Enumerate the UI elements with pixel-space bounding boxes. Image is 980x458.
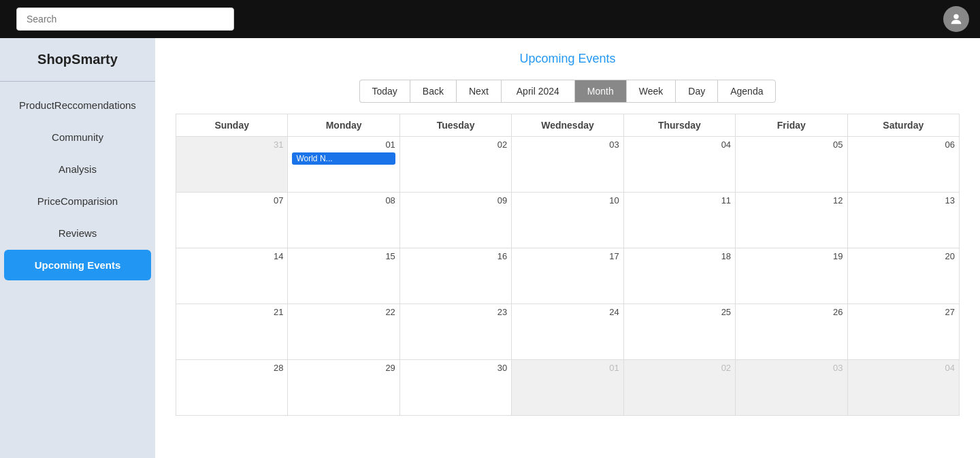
day-number: 19 <box>740 251 843 261</box>
day-number: 01 <box>516 363 619 373</box>
main-layout: ShopSmarty ProductReccomendationsCommuni… <box>0 38 980 458</box>
sidebar-nav: ProductReccomendationsCommunityAnalysisP… <box>0 88 155 282</box>
cal-nav-day[interactable]: Day <box>675 80 717 103</box>
calendar-nav: TodayBackNextApril 2024MonthWeekDayAgend… <box>176 80 960 103</box>
day-number: 14 <box>180 251 283 261</box>
day-number: 27 <box>852 307 955 317</box>
cal-cell[interactable]: 08 <box>288 193 399 248</box>
cal-cell[interactable]: 02 <box>623 360 735 416</box>
cal-cell[interactable]: 04 <box>623 137 735 193</box>
cal-cell[interactable]: 22 <box>288 304 399 360</box>
cal-cell[interactable]: 29 <box>288 360 399 416</box>
cal-cell[interactable]: 26 <box>736 304 847 360</box>
cal-cell[interactable]: 01World N... <box>288 137 399 193</box>
cal-cell[interactable]: 14 <box>176 248 288 304</box>
day-number: 16 <box>404 251 507 261</box>
cal-cell[interactable]: 10 <box>512 193 623 248</box>
day-number: 26 <box>740 307 843 317</box>
cal-cell[interactable]: 03 <box>736 360 847 416</box>
day-number: 28 <box>180 363 283 373</box>
cal-header-wednesday: Wednesday <box>512 114 623 137</box>
cal-cell[interactable]: 07 <box>176 193 288 248</box>
day-number: 02 <box>404 140 507 150</box>
cal-cell[interactable]: 30 <box>399 360 511 416</box>
sidebar-item-community[interactable]: Community <box>4 122 151 152</box>
cal-cell[interactable]: 01 <box>512 360 623 416</box>
cal-cell[interactable]: 20 <box>847 248 959 304</box>
cal-cell[interactable]: 18 <box>623 248 735 304</box>
day-number: 18 <box>628 251 731 261</box>
cal-cell[interactable]: 27 <box>847 304 959 360</box>
search-input[interactable] <box>16 7 234 31</box>
cal-cell[interactable]: 15 <box>288 248 399 304</box>
day-number: 12 <box>740 195 843 206</box>
cal-cell[interactable]: 05 <box>736 137 847 193</box>
cal-header-sunday: Sunday <box>176 114 288 137</box>
cal-cell[interactable]: 21 <box>176 304 288 360</box>
day-number: 04 <box>628 140 731 150</box>
main-content: Upcoming Events TodayBackNextApril 2024M… <box>155 38 980 458</box>
day-number: 04 <box>852 363 955 373</box>
app-logo: ShopSmarty <box>0 45 155 82</box>
page-title: Upcoming Events <box>176 52 960 66</box>
svg-point-0 <box>953 14 958 19</box>
calendar-grid: SundayMondayTuesdayWednesdayThursdayFrid… <box>176 114 960 416</box>
day-number: 01 <box>292 140 395 150</box>
cal-nav-today[interactable]: Today <box>359 80 410 103</box>
day-number: 03 <box>740 363 843 373</box>
cal-cell[interactable]: 09 <box>399 193 511 248</box>
day-number: 02 <box>628 363 731 373</box>
calendar-month-label: April 2024 <box>501 80 574 103</box>
topbar <box>0 0 980 38</box>
sidebar-item-analysis[interactable]: Analysis <box>4 154 151 184</box>
sidebar-item-price-comparison[interactable]: PriceComparision <box>4 186 151 216</box>
cal-cell[interactable]: 28 <box>176 360 288 416</box>
cal-header-thursday: Thursday <box>623 114 735 137</box>
cal-cell[interactable]: 12 <box>736 193 847 248</box>
cal-header-friday: Friday <box>736 114 847 137</box>
day-number: 09 <box>404 195 507 206</box>
sidebar: ShopSmarty ProductReccomendationsCommuni… <box>0 38 155 458</box>
cal-cell[interactable]: 19 <box>736 248 847 304</box>
day-number: 29 <box>292 363 395 373</box>
cal-cell[interactable]: 04 <box>847 360 959 416</box>
cal-header-saturday: Saturday <box>847 114 959 137</box>
cal-cell[interactable]: 25 <box>623 304 735 360</box>
day-number: 20 <box>852 251 955 261</box>
day-number: 21 <box>180 307 283 317</box>
avatar[interactable] <box>943 6 969 32</box>
day-number: 06 <box>852 140 955 150</box>
day-number: 23 <box>404 307 507 317</box>
day-number: 07 <box>180 195 283 206</box>
day-number: 05 <box>740 140 843 150</box>
sidebar-item-product-recommendations[interactable]: ProductReccomendations <box>4 90 151 120</box>
day-number: 22 <box>292 307 395 317</box>
cal-cell[interactable]: 31 <box>176 137 288 193</box>
cal-nav-month[interactable]: Month <box>574 80 626 103</box>
cal-cell[interactable]: 16 <box>399 248 511 304</box>
day-number: 15 <box>292 251 395 261</box>
cal-nav-next[interactable]: Next <box>456 80 501 103</box>
event-pill[interactable]: World N... <box>292 152 395 165</box>
sidebar-item-upcoming-events[interactable]: Upcoming Events <box>4 250 151 280</box>
cal-nav-week[interactable]: Week <box>626 80 676 103</box>
day-number: 24 <box>516 307 619 317</box>
cal-nav-agenda[interactable]: Agenda <box>717 80 776 103</box>
day-number: 13 <box>852 195 955 206</box>
day-number: 30 <box>404 363 507 373</box>
cal-cell[interactable]: 11 <box>623 193 735 248</box>
cal-cell[interactable]: 03 <box>512 137 623 193</box>
day-number: 17 <box>516 251 619 261</box>
search-container <box>16 7 234 31</box>
cal-cell[interactable]: 02 <box>399 137 511 193</box>
cal-cell[interactable]: 17 <box>512 248 623 304</box>
cal-cell[interactable]: 24 <box>512 304 623 360</box>
cal-cell[interactable]: 06 <box>847 137 959 193</box>
cal-cell[interactable]: 13 <box>847 193 959 248</box>
day-number: 08 <box>292 195 395 206</box>
cal-cell[interactable]: 23 <box>399 304 511 360</box>
cal-header-tuesday: Tuesday <box>399 114 511 137</box>
sidebar-item-reviews[interactable]: Reviews <box>4 218 151 248</box>
cal-nav-back[interactable]: Back <box>410 80 456 103</box>
cal-header-monday: Monday <box>288 114 399 137</box>
